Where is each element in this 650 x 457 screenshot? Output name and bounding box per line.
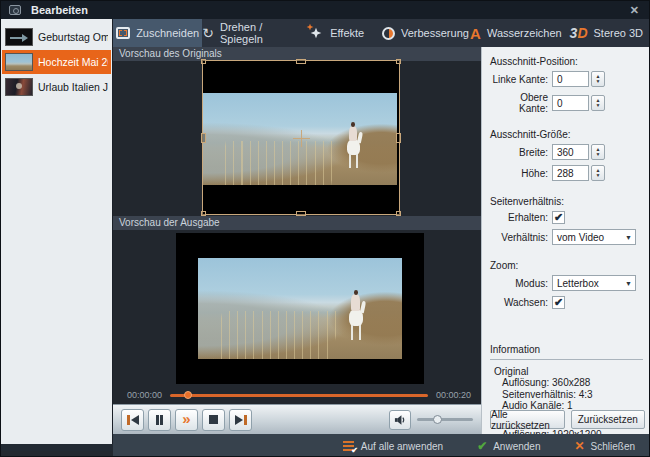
clip-list-sidebar: Geburtstag Oma Jul... Hochzeit Mai 2020.… — [1, 19, 113, 451]
original-preview — [113, 61, 481, 216]
check-icon: ✔ — [554, 297, 563, 308]
size-header: Ausschnitt-Größe: — [490, 129, 643, 140]
reset-button[interactable]: Zurücksetzen — [571, 410, 646, 429]
original-video-frame — [203, 61, 399, 214]
close-x-icon: ✕ — [574, 440, 584, 452]
tab-label: Zuschneiden — [136, 27, 199, 39]
apply-all-label: Auf alle anwenden — [361, 441, 443, 452]
info-line: Auflösung: 360x288 — [502, 377, 643, 389]
enhance-icon — [382, 27, 395, 40]
apply-button[interactable]: ✔ Anwenden — [477, 440, 540, 452]
tool-tab-bar: Zuschneiden ↻ Drehen / Spiegeln Effekte … — [113, 19, 650, 47]
clip-thumbnail — [5, 78, 33, 96]
output-video-image — [198, 258, 402, 359]
window-title: Bearbeiten — [31, 4, 88, 16]
edit-window: Bearbeiten ✕ Geburtstag Oma Jul... Hochz… — [0, 0, 650, 457]
position-header: Ausschnitt-Position: — [490, 56, 643, 67]
skip-end-icon — [235, 415, 243, 425]
height-input[interactable]: 288 — [552, 165, 589, 181]
tab-label: Verbesserung — [401, 27, 469, 39]
left-edge-stepper[interactable]: ▲▼ — [591, 71, 605, 87]
speaker-icon — [394, 414, 407, 426]
apply-all-button[interactable]: ✔ Auf alle anwenden — [343, 441, 443, 452]
chevron-down-icon: ▼ — [625, 234, 632, 241]
sidebar-footer — [1, 444, 113, 451]
crop-handle-bottom[interactable] — [296, 211, 306, 216]
original-info-title: Original — [494, 366, 643, 377]
seek-knob[interactable] — [184, 391, 192, 399]
volume-slider[interactable] — [417, 418, 473, 421]
app-icon — [9, 5, 21, 15]
pause-button[interactable] — [148, 409, 171, 431]
clip-label: Geburtstag Oma Jul... — [38, 31, 108, 43]
play-icon: » — [182, 411, 190, 426]
width-stepper[interactable]: ▲▼ — [591, 144, 605, 160]
close-button[interactable]: ✕ Schließen — [574, 440, 635, 452]
rider-figure — [349, 126, 357, 141]
watermark-icon: A — [470, 26, 481, 41]
crop-handle-bottom-right[interactable] — [396, 211, 401, 216]
volume-button[interactable] — [389, 410, 411, 430]
height-stepper[interactable]: ▲▼ — [591, 165, 605, 181]
rotate-icon: ↻ — [202, 26, 214, 40]
clip-thumbnail — [5, 28, 33, 46]
total-time: 00:00:20 — [436, 390, 471, 400]
timeline-row: 00:00:00 00:00:20 — [113, 386, 481, 404]
width-label: Breite: — [490, 147, 552, 158]
check-icon: ✔ — [554, 212, 563, 223]
tab-zuschneiden[interactable]: Zuschneiden — [113, 19, 202, 47]
height-label: Höhe: — [490, 168, 552, 179]
original-preview-label: Vorschau des Originals — [113, 47, 481, 61]
crop-handle-bottom-left[interactable] — [201, 211, 206, 216]
apply-label: Anwenden — [493, 441, 540, 452]
tab-label: Drehen / Spiegeln — [220, 21, 292, 45]
clip-item-geburtstag[interactable]: Geburtstag Oma Jul... — [2, 25, 111, 49]
info-line: Seitenverhältnis: 4:3 — [502, 389, 643, 401]
title-bar: Bearbeiten ✕ — [1, 1, 650, 19]
top-edge-input[interactable]: 0 — [552, 95, 589, 111]
top-edge-stepper[interactable]: ▲▼ — [591, 95, 605, 111]
tab-effekte[interactable]: Effekte — [292, 19, 381, 47]
zoom-mode-value: Letterbox — [557, 278, 625, 289]
clip-thumbnail — [5, 53, 33, 71]
main-area: Zuschneiden ↻ Drehen / Spiegeln Effekte … — [113, 19, 650, 457]
tab-label: Stereo 3D — [594, 27, 644, 39]
grow-label: Wachsen: — [490, 297, 552, 308]
reset-all-button[interactable]: Alle zurücksetzen — [490, 410, 565, 429]
pause-icon — [156, 415, 159, 425]
stereo-3d-icon: 3D — [570, 26, 588, 40]
crop-settings-panel: Ausschnitt-Position: Linke Kante: 0 ▲▼ O… — [481, 47, 650, 434]
original-info-block: Original Auflösung: 360x288 Seitenverhäl… — [494, 366, 643, 412]
output-preview-label: Vorschau der Ausgabe — [113, 216, 481, 230]
player-controls: » — [113, 404, 481, 434]
skip-end-button[interactable] — [229, 409, 252, 431]
zoom-mode-dropdown[interactable]: Letterbox ▼ — [552, 275, 636, 291]
clip-label: Hochzeit Mai 2020... — [38, 56, 108, 68]
skip-start-button[interactable] — [121, 409, 144, 431]
tab-verbesserung[interactable]: Verbesserung — [381, 19, 470, 47]
horse-figure — [347, 139, 361, 155]
left-edge-input[interactable]: 0 — [552, 71, 589, 87]
top-edge-label: Obere Kante: — [490, 92, 552, 114]
width-input[interactable]: 360 — [552, 144, 589, 160]
volume-knob[interactable] — [433, 415, 442, 424]
window-close-icon[interactable]: ✕ — [626, 4, 643, 17]
current-time: 00:00:00 — [127, 390, 162, 400]
tab-stereo-3d[interactable]: 3D Stereo 3D — [562, 19, 650, 47]
preview-column: Vorschau des Originals — [113, 47, 481, 434]
check-icon: ✔ — [477, 440, 487, 452]
information-divider — [490, 359, 643, 360]
seek-bar[interactable] — [170, 394, 428, 397]
apply-all-icon: ✔ — [343, 441, 355, 452]
clip-item-urlaub[interactable]: Urlaub Italien Juni 2... — [2, 75, 111, 99]
tab-label: Effekte — [330, 27, 364, 39]
tab-drehen-spiegeln[interactable]: ↻ Drehen / Spiegeln — [202, 19, 291, 47]
keep-aspect-checkbox[interactable]: ✔ — [552, 211, 565, 224]
tab-wasserzeichen[interactable]: A Wasserzeichen — [470, 19, 562, 47]
zoom-header: Zoom: — [490, 260, 643, 271]
play-button[interactable]: » — [175, 409, 198, 431]
grow-checkbox[interactable]: ✔ — [552, 296, 565, 309]
stop-button[interactable] — [202, 409, 225, 431]
ratio-dropdown[interactable]: vom Video ▼ — [552, 229, 636, 245]
clip-item-hochzeit[interactable]: Hochzeit Mai 2020... — [2, 50, 111, 74]
